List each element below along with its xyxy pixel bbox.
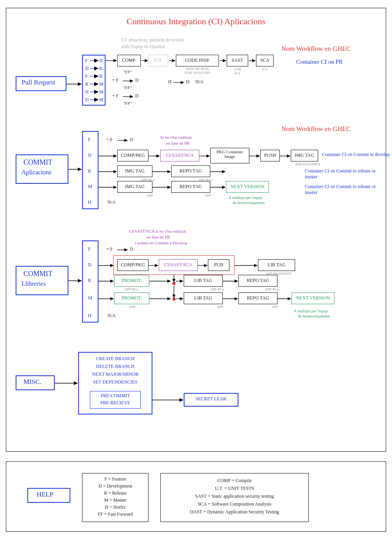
ca-note2: en fase de PR (166, 141, 190, 145)
cl-promot-r-t: PROMOT. (114, 278, 149, 283)
pr-ci-txt: CODE INSP. (176, 57, 219, 63)
cl-b4: H (88, 313, 91, 319)
pr-ff-2: "FF" (123, 85, 132, 90)
pr-sast-sub: N/M S/A (227, 67, 248, 75)
ca-note1: Si no s'ha realitzat (160, 135, 192, 140)
ca-repotag-r-t: REPO TAG (171, 168, 210, 174)
diagram-canvas: Continuous Integration (CI) Aplicacions … (0, 0, 392, 538)
ca-app-m: APP (147, 194, 153, 197)
ca-cisast-t: CI/SAST/SCA (160, 152, 199, 158)
pr-t-2: R (99, 74, 102, 79)
ca-na: N/A (107, 199, 116, 205)
misc-5: PRE-RECIEVE (90, 400, 141, 406)
hl1: D = Development (82, 483, 149, 489)
cl-eqfd-b: D (130, 246, 133, 252)
cl-apprc-r: APP-RCn (124, 287, 138, 291)
cl-na: N/A (107, 313, 116, 319)
pr-b-5: D (85, 97, 89, 103)
ca-app-m2: APP (204, 194, 211, 197)
cl-b1: D (88, 262, 91, 268)
ca-wf-rel-r: Container CI on Commit to release or mas… (305, 168, 383, 180)
pr-t-0: D (99, 58, 103, 64)
pr-ff-1: "FF" (123, 70, 132, 74)
ut-note-2: amb l'equip de Qualitat (121, 44, 165, 50)
ca-l2: Aplicacions (21, 169, 51, 176)
cl-app-m2: APP (217, 305, 224, 309)
cl-pub-t: PUB (208, 262, 229, 268)
wf-pr: Container CI on PR (296, 59, 343, 65)
cl-b3: M (88, 295, 92, 301)
pr-b-1: D (85, 66, 89, 72)
hl5: FF = Fast Forward (82, 511, 149, 517)
pr-t-3: M (99, 81, 104, 87)
misc-1: DELETE BRANCH (78, 364, 152, 369)
ca-eqfd-a: = F (106, 137, 113, 143)
hr2: SAST = Static application security testi… (160, 493, 309, 499)
misc-2: NEXT MAJOR/MINOR (78, 371, 152, 377)
diagram-title: Continuous Integration (CI) Aplicacions (0, 16, 392, 27)
pr-ci-sub1: NEW OR MOD (186, 67, 209, 71)
cl-n0: CI/SAST/SCA si no s'ha realitzat (129, 229, 186, 233)
pr-t-1: R (99, 66, 102, 72)
cl-b0: F (88, 246, 91, 252)
ca-wf-rel-m: Container CI on Commit to release or mas… (305, 184, 383, 195)
ca-push-t: PUSH (260, 152, 280, 158)
pr-b-4: H (85, 89, 89, 95)
ca-comp-t: COMP/PKG (117, 152, 149, 158)
ca-b4: H (88, 199, 91, 205)
ca-eqfd-b: D (130, 137, 133, 143)
pr-b-0: F (85, 58, 88, 64)
cl-b2: R (88, 278, 91, 283)
misc-3: SET DEPENDENCIES (78, 379, 152, 385)
ca-imgtag-d-t: IMG TAG (291, 152, 318, 158)
hl3: M = Master (82, 497, 149, 503)
cl-repotag-m-t: REPO TAG (238, 295, 277, 301)
pr-hd-h: H (168, 79, 172, 85)
pr-eqfd-2b: D (135, 93, 139, 99)
pr-b-3: R (85, 81, 88, 87)
ca-l1: COMMIT (23, 158, 52, 167)
hr4: DAST = Dynamic Application Security Test… (160, 509, 309, 515)
ca-nd2: de desenvolupament (233, 201, 265, 205)
misc-secret-t: SECRET LEAK (184, 396, 238, 402)
ca-snap: APP:SNAPSHOT (295, 162, 321, 166)
cl-comp-t: COMP/PKG (117, 262, 149, 268)
pr-eqfd-2a: = F (112, 93, 118, 99)
cl-eqfd-a: = F (106, 246, 113, 252)
pr-comp-txt: COMP. (117, 57, 141, 63)
pr-ut-txt: U.T. (149, 57, 168, 63)
hl4: H = Hotfix (82, 504, 149, 510)
cl-libtag-d-t: LIB TAG (258, 262, 295, 268)
cl-repotag-r-t: REPO TAG (238, 278, 277, 283)
cl-nd1: A realitzar per l'equip (294, 309, 328, 313)
hr3: SCA = Software Composition Analysis (160, 501, 309, 507)
pr-ci-sub2: JUST ANALYSIS (184, 71, 210, 75)
ca-b1: D (88, 152, 91, 158)
misc-0: CREATE BRANCH (78, 356, 152, 362)
ghec-header-2: Nom Workflow en GHEC (281, 125, 351, 133)
pr-t-4: M (99, 89, 104, 95)
ca-repotag-m-t: REPO TAG (171, 184, 210, 190)
ca-imgtag-r-t: IMG TAG (117, 168, 152, 174)
hr0: COMP = Compile (160, 478, 309, 484)
hl0: F = Feature (82, 476, 149, 482)
cl-n2: i només en Commit a Develop (135, 240, 187, 245)
cl-libtag-m-t: LIB TAG (184, 295, 223, 301)
hl2: R = Release (82, 490, 149, 496)
cl-app-m3: APP (272, 305, 278, 309)
cl-nextv-t: NEXT VERSION (292, 295, 335, 301)
ca-imgtag-m-t: IMG TAG (117, 184, 152, 190)
ca-b0: F (88, 137, 91, 143)
misc-4: PRE-COMMIT (90, 393, 141, 399)
cl-cisast-t: CI/SAST/SCA (159, 262, 198, 268)
pr-na: N/A (195, 79, 204, 85)
misc-label: MISC. (23, 378, 41, 386)
cl-nd2: de desenvolupament (298, 314, 330, 318)
pr-eqfd-1b: D (135, 77, 139, 83)
pr-ff-3: "FF" (123, 101, 132, 106)
ca-nd1: A realitzar per l'equip (229, 195, 262, 200)
cl-l1: COMMIT (23, 270, 52, 278)
ca-b2: R (88, 168, 91, 174)
ca-wf-dev: Container CI on Commit to develop (322, 152, 390, 158)
ca-nextv-t: NEXT VERSION (226, 184, 269, 190)
